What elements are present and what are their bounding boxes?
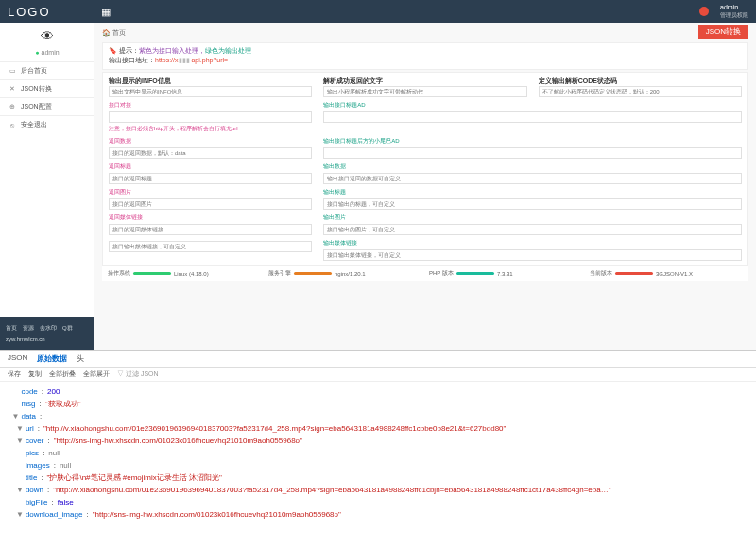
breadcrumb[interactable]: 🏠 首页 <box>102 28 748 38</box>
expand-icon[interactable]: ▼ <box>11 410 21 422</box>
status-item: PHP 版本7.3.31 <box>429 269 582 278</box>
json-row[interactable]: ▼cover:"http://sns-img-hw.xhscdn.com/010… <box>8 435 748 447</box>
footer-domain: zyw.hmwlcm.cn <box>6 334 89 344</box>
input-left-1[interactable] <box>109 147 312 159</box>
devtools-toolbar: 保存复制全部折叠全部展开▽ 过滤 JSON <box>0 368 756 382</box>
field-left-3: 返回图片 <box>109 188 312 210</box>
column-head: 输出显示的INFO信息 <box>109 77 312 97</box>
expand-icon[interactable] <box>11 398 21 410</box>
top-bar: LOGO ▦ admin 管理员权限 <box>0 0 756 23</box>
json-viewer: code:200 msg:"获取成功" ▼data: ▼url:"http://… <box>0 382 756 548</box>
devtools-tool[interactable]: 全部折叠 <box>49 369 76 379</box>
devtools-tab-头[interactable]: 头 <box>77 353 84 364</box>
expand-icon[interactable] <box>16 471 26 484</box>
sidebar-item-1[interactable]: ✕JSON转换 <box>0 79 94 97</box>
expand-icon[interactable]: ▼ <box>16 422 26 435</box>
field-left-4: 返回媒体链接 <box>109 214 312 235</box>
sidebar-item-2[interactable]: ⊕JSON配置 <box>0 97 94 115</box>
json-row[interactable]: code:200 <box>8 385 748 398</box>
json-convert-badge[interactable]: JSON转换 <box>698 25 748 39</box>
head-input-0[interactable] <box>109 86 312 97</box>
devtools-tab-JSON[interactable]: JSON <box>8 353 27 364</box>
head-input-1[interactable] <box>323 86 526 97</box>
input-left-3[interactable] <box>109 198 312 210</box>
json-row[interactable]: ▼data: <box>8 410 748 422</box>
footer-link[interactable]: 去水印 <box>40 323 57 333</box>
notification-dot[interactable] <box>699 7 709 16</box>
expand-icon[interactable] <box>11 385 21 398</box>
expand-icon[interactable] <box>16 496 26 508</box>
footer-link[interactable]: 首页 <box>6 323 17 333</box>
devtools-tool[interactable]: 保存 <box>8 369 21 379</box>
input-left-2[interactable] <box>109 173 312 184</box>
input-left-4[interactable] <box>109 224 312 235</box>
sidebar-user: ● admin <box>0 49 94 61</box>
json-row[interactable]: pics:null <box>8 447 748 459</box>
expand-icon[interactable]: ▼ <box>16 508 26 521</box>
field-left-5 <box>109 239 312 261</box>
footer-link[interactable]: Q群 <box>62 323 73 333</box>
field-right-2: 输出数据 <box>323 163 742 184</box>
field-left-2: 返回标题 <box>109 163 312 184</box>
devtools-tool[interactable]: 复制 <box>28 369 42 379</box>
input-right-3[interactable] <box>323 198 742 210</box>
status-item: 服务引擎nginx/1.20.1 <box>268 269 421 278</box>
input-right-2[interactable] <box>323 173 742 184</box>
eye-icon: 👁 <box>0 23 94 49</box>
input-right-0[interactable] <box>323 111 742 123</box>
devtools-tabs: JSON原始数据头 <box>0 351 756 368</box>
expand-icon[interactable]: ▼ <box>16 435 26 447</box>
expand-icon[interactable] <box>16 459 26 471</box>
json-row[interactable]: bigFile:false <box>8 496 748 508</box>
sidebar-footer: 首页资源去水印Q群 zyw.hmwlcm.cn <box>0 317 94 350</box>
apps-icon[interactable]: ▦ <box>94 6 117 18</box>
json-row[interactable]: title:"护肤心得\n#笔记灵感 #emojimix记录生活 沐沼阳光" <box>8 471 748 484</box>
field-right-1: 输出接口标题后方的小尾巴AD <box>323 137 742 159</box>
sidebar: 👁 ● admin ▭后台首页✕JSON转换⊕JSON配置⎋安全退出 首页资源去… <box>0 23 94 350</box>
json-row[interactable]: ▼down:"http://v.xiaohongshu.com/01e23690… <box>8 484 748 496</box>
expand-icon[interactable] <box>16 447 26 459</box>
input-right-1[interactable] <box>323 147 742 159</box>
filter-json[interactable]: ▽ 过滤 JSON <box>117 369 159 379</box>
expand-icon[interactable]: ▼ <box>16 484 26 496</box>
current-user[interactable]: admin 管理员权限 <box>720 4 756 19</box>
admin-name: admin <box>720 4 748 11</box>
field-left-0: 接口对接注意，接口必须含http开头，程序解析会自行填充url <box>109 101 312 133</box>
nav-icon: ⎋ <box>8 122 17 128</box>
field-left-1: 返回数据 <box>109 137 312 159</box>
nav-icon: ⊕ <box>8 103 17 111</box>
nav-icon: ✕ <box>8 85 17 93</box>
json-row[interactable]: images:null <box>8 459 748 471</box>
json-row[interactable]: ▼url:"http://v.xiaohongshu.com/01e236901… <box>8 422 748 435</box>
devtools-tool[interactable]: 全部展开 <box>83 369 110 379</box>
head-input-2[interactable] <box>539 86 742 97</box>
field-right-3: 输出标题 <box>323 188 742 210</box>
input-right-4[interactable] <box>323 224 742 235</box>
sidebar-item-3[interactable]: ⎋安全退出 <box>0 115 94 133</box>
input-left-5[interactable] <box>109 241 312 252</box>
column-head: 解析成功返回的文字 <box>323 77 526 97</box>
logo: LOGO <box>0 5 94 19</box>
admin-role: 管理员权限 <box>720 11 748 19</box>
config-form: 输出显示的INFO信息解析成功返回的文字定义输出解析CODE状态码接口对接注意，… <box>102 72 748 265</box>
json-row[interactable]: msg:"获取成功" <box>8 398 748 410</box>
footer-link[interactable]: 资源 <box>23 323 34 333</box>
tip-bar: 🔖 提示：紫色为接口输入处理，绿色为输出处理 输出接口地址：https://x▮… <box>102 42 748 70</box>
input-right-5[interactable] <box>323 249 742 261</box>
nav-icon: ▭ <box>8 67 17 75</box>
field-right-0: 输出接口标题AD <box>323 101 742 133</box>
field-right-5: 输出媒体链接 <box>323 239 742 261</box>
status-bar: 操作系统Linux (4.18.0)服务引擎nginx/1.20.1PHP 版本… <box>102 265 748 281</box>
input-left-0[interactable] <box>109 111 312 123</box>
status-item: 操作系统Linux (4.18.0) <box>108 269 261 278</box>
field-right-4: 输出图片 <box>323 214 742 235</box>
devtools-panel: JSON原始数据头 保存复制全部折叠全部展开▽ 过滤 JSON code:200… <box>0 350 756 548</box>
status-item: 当前版本3GJSON-V1.X <box>590 269 743 278</box>
column-head: 定义输出解析CODE状态码 <box>539 77 742 97</box>
devtools-tab-原始数据[interactable]: 原始数据 <box>37 353 67 364</box>
main-content: 🏠 首页 🔖 提示：紫色为接口输入处理，绿色为输出处理 输出接口地址：https… <box>94 23 756 350</box>
sidebar-item-0[interactable]: ▭后台首页 <box>0 61 94 79</box>
json-row[interactable]: ▼download_image:"http://sns-img-hw.xhscd… <box>8 508 748 521</box>
